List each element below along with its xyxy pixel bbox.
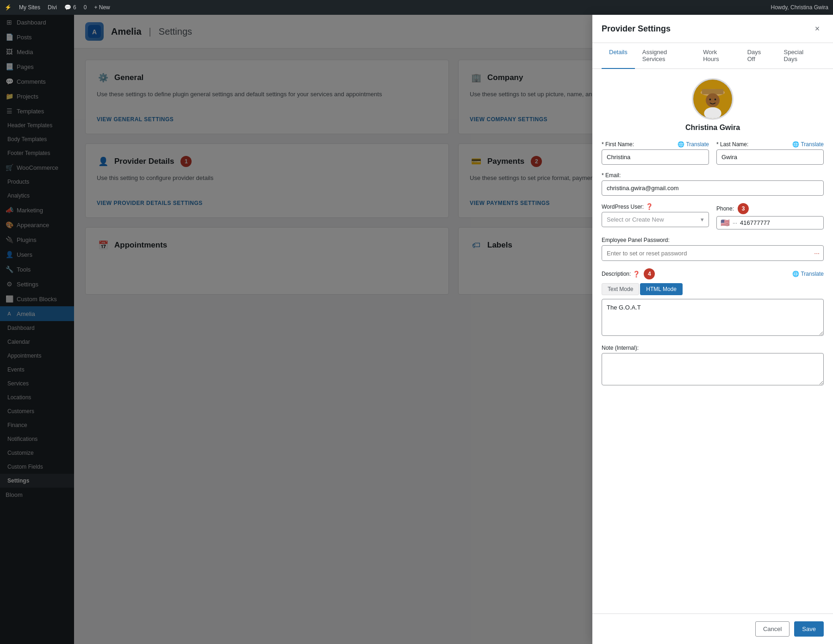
tab-assigned-services[interactable]: Assigned Services	[635, 43, 696, 69]
sidebar-item-analytics[interactable]: Analytics	[0, 189, 74, 203]
sidebar-item-posts[interactable]: 📄 Posts	[0, 30, 74, 44]
provider-settings-modal: Provider Settings × Details Assigned Ser…	[592, 15, 833, 644]
wp-logo[interactable]: ⚡	[5, 4, 12, 11]
sidebar-label-pages: Pages	[17, 63, 34, 70]
sidebar-item-amelia-events[interactable]: Events	[0, 363, 74, 377]
provider-link[interactable]: VIEW PROVIDER DETAILS SETTINGS	[97, 200, 203, 206]
password-toggle-btn[interactable]: ···	[810, 246, 823, 260]
sidebar-item-appearance[interactable]: 🎨 Appearance	[0, 217, 74, 232]
description-translate-btn[interactable]: 🌐 Translate	[792, 271, 824, 277]
html-mode-btn[interactable]: HTML Mode	[640, 283, 683, 295]
last-name-translate-btn[interactable]: 🌐 Translate	[792, 141, 824, 148]
sidebar-item-templates[interactable]: ☰ Templates	[0, 104, 74, 118]
sidebar-item-comments[interactable]: 💬 Comments	[0, 74, 74, 89]
sidebar-item-amelia-settings[interactable]: Settings	[0, 474, 74, 488]
name-row: * First Name: 🌐 Translate * Last Name: 🌐	[602, 141, 824, 165]
last-name-input[interactable]	[716, 149, 824, 165]
sidebar-label-tools: Tools	[17, 266, 31, 273]
phone-field[interactable]: 🇺🇸 ···	[716, 216, 824, 229]
users-icon: 👤	[6, 251, 13, 258]
sidebar-item-amelia-customers[interactable]: Customers	[0, 404, 74, 418]
sidebar-label-settings: Settings	[17, 281, 38, 288]
tab-details[interactable]: Details	[602, 43, 635, 69]
tools-icon: 🔧	[6, 266, 13, 273]
sidebar-item-dashboard[interactable]: ⊞ Dashboard	[0, 15, 74, 30]
sidebar-item-projects[interactable]: 📁 Projects	[0, 89, 74, 104]
divi-btn[interactable]: Divi	[48, 4, 57, 11]
description-help-icon[interactable]: ❓	[633, 271, 640, 278]
company-link[interactable]: VIEW COMPANY SETTINGS	[470, 116, 547, 123]
sidebar-item-amelia-notifications[interactable]: Notifications	[0, 432, 74, 446]
sidebar-item-custom-blocks[interactable]: ⬜ Custom Blocks	[0, 291, 74, 306]
sidebar-item-pages[interactable]: 📃 Pages	[0, 59, 74, 74]
sidebar-item-settings[interactable]: ⚙ Settings	[0, 277, 74, 291]
password-input[interactable]	[602, 246, 810, 260]
sidebar: ⊞ Dashboard 📄 Posts 🖼 Media 📃 Pages 💬 Co…	[0, 15, 74, 644]
sidebar-item-body-templates[interactable]: Body Templates	[0, 132, 74, 146]
new-btn[interactable]: + New	[94, 4, 110, 11]
sidebar-label-products: Products	[7, 179, 29, 185]
svg-point-5	[706, 93, 720, 107]
description-label-row: Description: ❓ 4 🌐 Translate	[602, 268, 824, 279]
sidebar-item-header-templates[interactable]: Header Templates	[0, 118, 74, 132]
zero-badge[interactable]: 0	[84, 4, 87, 11]
sidebar-label-amelia-custom-fields: Custom Fields	[7, 464, 43, 470]
sidebar-item-amelia-appointments[interactable]: Appointments	[0, 349, 74, 363]
note-textarea[interactable]	[602, 353, 824, 385]
header-separator: |	[149, 26, 151, 37]
password-group: Employee Panel Password: ···	[602, 237, 824, 261]
first-name-translate-btn[interactable]: 🌐 Translate	[678, 141, 709, 148]
chevron-down-icon: ▾	[701, 216, 704, 223]
email-input[interactable]	[602, 180, 824, 196]
comment-count: 6	[73, 4, 76, 11]
my-sites-btn[interactable]: My Sites	[19, 4, 40, 11]
sidebar-label-marketing: Marketing	[17, 207, 43, 214]
wp-user-select[interactable]: Select or Create New ▾	[602, 212, 709, 227]
tab-special-days[interactable]: Special Days	[776, 43, 824, 69]
comments-btn[interactable]: 💬 6	[64, 4, 76, 11]
save-button[interactable]: Save	[794, 621, 824, 637]
general-link[interactable]: VIEW GENERAL SETTINGS	[97, 116, 174, 123]
description-label: Description: ❓ 4	[602, 268, 655, 279]
last-name-label: * Last Name: 🌐 Translate	[716, 141, 824, 148]
sidebar-item-products[interactable]: Products	[0, 175, 74, 189]
sidebar-item-amelia-finance[interactable]: Finance	[0, 418, 74, 432]
note-group: Note (Internal):	[602, 345, 824, 385]
brand-name: Amelia	[111, 26, 142, 37]
sidebar-item-amelia-calendar[interactable]: Calendar	[0, 335, 74, 349]
payments-link[interactable]: VIEW PAYMENTS SETTINGS	[470, 200, 550, 206]
phone-input[interactable]	[740, 219, 820, 226]
labels-title: Labels	[487, 241, 512, 250]
sidebar-item-amelia-custom-fields[interactable]: Custom Fields	[0, 460, 74, 474]
dashboard-icon: ⊞	[6, 19, 13, 26]
sidebar-label-header-templates: Header Templates	[7, 122, 52, 129]
avatar[interactable]	[692, 78, 734, 120]
sidebar-item-amelia-locations[interactable]: Locations	[0, 390, 74, 404]
tab-work-hours[interactable]: Work Hours	[696, 43, 740, 69]
sidebar-item-bloom[interactable]: Bloom	[0, 488, 74, 502]
tab-days-off[interactable]: Days Off	[740, 43, 777, 69]
sidebar-item-woocommerce[interactable]: 🛒 WooCommerce	[0, 160, 74, 175]
company-icon: 🏢	[470, 71, 483, 84]
first-name-input[interactable]	[602, 149, 709, 165]
general-icon: ⚙️	[97, 71, 110, 84]
modal-close-button[interactable]: ×	[811, 22, 824, 35]
first-name-label: * First Name: 🌐 Translate	[602, 141, 709, 148]
sidebar-item-marketing[interactable]: 📣 Marketing	[0, 203, 74, 217]
sidebar-item-amelia-dashboard[interactable]: Dashboard	[0, 321, 74, 335]
description-textarea[interactable]: The G.O.A.T	[602, 299, 824, 336]
sidebar-item-footer-templates[interactable]: Footer Templates	[0, 146, 74, 160]
provider-title: Provider Details	[114, 157, 174, 166]
sidebar-item-plugins[interactable]: 🔌 Plugins	[0, 232, 74, 247]
email-label: * Email:	[602, 172, 824, 179]
wp-user-help-icon[interactable]: ❓	[646, 203, 653, 210]
sidebar-item-amelia-customize[interactable]: Customize	[0, 446, 74, 460]
sidebar-item-media[interactable]: 🖼 Media	[0, 44, 74, 59]
sidebar-item-amelia-services[interactable]: Services	[0, 377, 74, 390]
sidebar-item-tools[interactable]: 🔧 Tools	[0, 262, 74, 277]
email-row: * Email:	[602, 172, 824, 196]
text-mode-btn[interactable]: Text Mode	[602, 283, 639, 295]
sidebar-item-users[interactable]: 👤 Users	[0, 247, 74, 262]
cancel-button[interactable]: Cancel	[755, 621, 789, 637]
sidebar-item-amelia[interactable]: A Amelia	[0, 306, 74, 321]
